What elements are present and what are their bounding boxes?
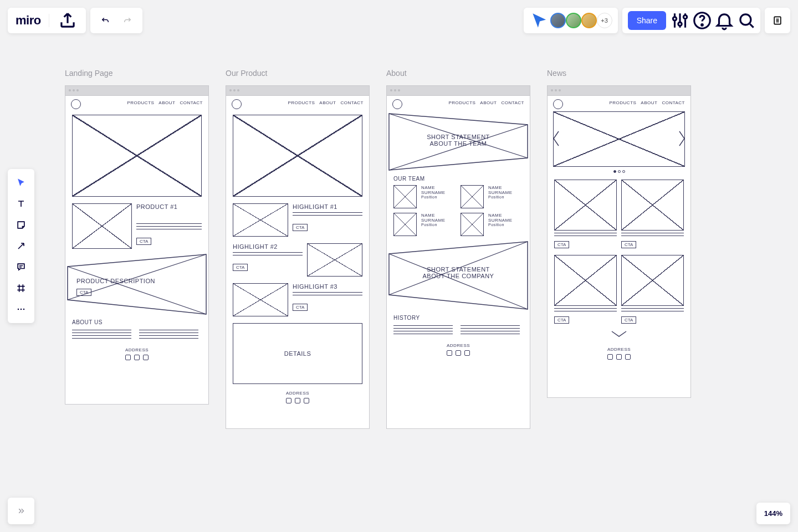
wf-label: Position — [488, 195, 523, 199]
wf-cta: CTA — [76, 289, 91, 296]
avatar-more[interactable]: +3 — [597, 13, 612, 28]
more-tools-icon[interactable] — [11, 299, 32, 320]
wf-label: NAME — [421, 213, 456, 218]
wf-nav: ABOUT — [319, 100, 336, 105]
wf-cta: CTA — [621, 316, 636, 324]
wf-label: PRODUCT #1 — [136, 203, 202, 210]
miro-logo[interactable]: miro — [16, 13, 41, 28]
wf-label: ADDRESS — [233, 391, 362, 396]
frame-title: News — [547, 69, 691, 78]
wf-nav: ABOUT — [480, 100, 497, 105]
bell-icon[interactable] — [714, 10, 735, 31]
wf-cta: CTA — [293, 224, 308, 231]
wf-label: ADDRESS — [554, 347, 684, 352]
comment-tool-icon[interactable] — [11, 257, 32, 278]
arrow-tool-icon[interactable] — [11, 236, 32, 257]
activity-icon[interactable] — [765, 8, 790, 33]
svg-point-1 — [702, 24, 703, 26]
frame-title: About — [386, 69, 530, 78]
wf-nav: PRODUCTS — [609, 100, 636, 105]
svg-point-5 — [21, 309, 22, 310]
undo-icon[interactable] — [95, 10, 116, 31]
wf-label: ADDRESS — [72, 347, 202, 352]
wf-label: SURNAME — [488, 190, 523, 195]
wf-label: SURNAME — [488, 218, 523, 223]
export-icon[interactable] — [57, 10, 78, 31]
wf-cta: CTA — [293, 304, 308, 311]
svg-point-4 — [18, 309, 19, 310]
wf-nav: PRODUCTS — [448, 100, 475, 105]
wf-label: DETAILS — [284, 350, 311, 357]
select-tool-icon[interactable] — [11, 172, 32, 193]
wf-cta: CTA — [621, 241, 636, 248]
search-icon[interactable] — [736, 10, 757, 31]
avatar[interactable] — [550, 13, 566, 28]
frame-landing-page[interactable]: Landing Page PRODUCTS ABOUT CONTACT PROD… — [65, 69, 209, 429]
wf-nav: PRODUCTS — [288, 100, 315, 105]
wf-label: NAME — [421, 185, 456, 190]
wf-nav: ABOUT — [641, 100, 657, 105]
expand-panel-icon[interactable] — [8, 498, 34, 524]
wf-cta: CTA — [554, 241, 569, 248]
wf-label: ADDRESS — [393, 343, 523, 348]
wf-nav: CONTACT — [180, 100, 203, 105]
cursor-follow-icon[interactable] — [529, 10, 550, 31]
wf-nav: CONTACT — [340, 100, 364, 105]
wf-label: HIGHLIGHT #2 — [233, 243, 303, 250]
canvas[interactable]: Landing Page PRODUCTS ABOUT CONTACT PROD… — [65, 69, 691, 429]
wf-label: SURNAME — [421, 190, 456, 195]
wf-label: OUR TEAM — [393, 176, 523, 182]
wf-cta: CTA — [554, 316, 569, 324]
wf-label: NAME — [488, 185, 523, 190]
wf-label: PRODUCT DESCRIPTION — [76, 278, 155, 284]
settings-icon[interactable] — [669, 10, 690, 31]
svg-point-6 — [23, 309, 25, 310]
wf-nav: CONTACT — [662, 100, 685, 105]
wf-label: ABOUT THE COMPANY — [388, 273, 529, 279]
wf-label: SURNAME — [421, 218, 456, 223]
text-tool-icon[interactable] — [11, 193, 32, 214]
frame-our-product[interactable]: Our Product PRODUCTS ABOUT CONTACT HIGHL… — [226, 69, 370, 429]
zoom-level[interactable]: 144% — [756, 503, 790, 524]
history-controls — [90, 8, 142, 33]
wf-label: ABOUT THE TEAM — [388, 140, 529, 147]
wf-nav: CONTACT — [501, 100, 524, 105]
frame-title: Our Product — [226, 69, 370, 78]
wf-label: HISTORY — [393, 315, 523, 321]
wf-label: Position — [421, 195, 456, 199]
wf-nav: PRODUCTS — [127, 100, 154, 105]
wf-label: HIGHLIGHT #3 — [293, 283, 362, 290]
help-icon[interactable] — [692, 10, 713, 31]
wf-label: HIGHLIGHT #1 — [293, 203, 362, 210]
avatar[interactable] — [581, 13, 597, 28]
share-button[interactable]: Share — [628, 11, 666, 30]
left-toolbar — [8, 169, 34, 323]
wf-label: Position — [421, 223, 456, 227]
svg-point-2 — [740, 14, 751, 25]
share-panel: Share — [622, 8, 760, 33]
frame-tool-icon[interactable] — [11, 278, 32, 299]
divider — [49, 14, 49, 27]
redo-icon[interactable] — [117, 10, 138, 31]
sticky-note-tool-icon[interactable] — [11, 214, 32, 236]
wf-label: Position — [488, 223, 523, 227]
frame-about[interactable]: About PRODUCTS ABOUT CONTACT — [386, 69, 530, 429]
board-header: miro — [8, 8, 86, 33]
frame-news[interactable]: News PRODUCTS ABOUT CONTACT — [547, 69, 691, 429]
wf-cta: CTA — [233, 264, 248, 271]
wf-cta: CTA — [136, 238, 151, 245]
wf-label: ABOUT US — [72, 319, 202, 325]
wf-label: SHORT STATEMENT — [388, 134, 529, 140]
collaborators: +3 — [524, 8, 618, 33]
avatar[interactable] — [566, 13, 581, 28]
wf-label: SHORT STATEMENT — [388, 266, 529, 273]
wf-label: NAME — [488, 213, 523, 218]
wf-nav: ABOUT — [158, 100, 175, 105]
frame-title: Landing Page — [65, 69, 209, 78]
